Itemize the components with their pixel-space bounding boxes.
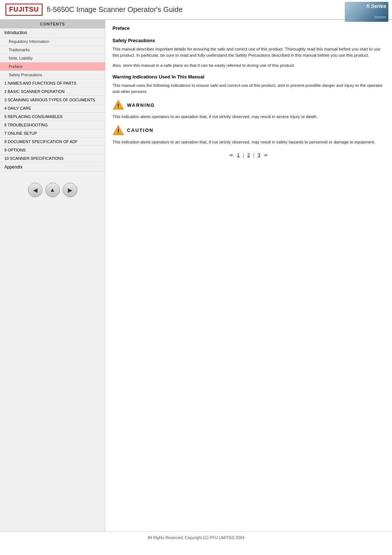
sidebar-item-section1[interactable]: 1 NAMES AND FUNCTIONS OF PARTS (0, 79, 105, 88)
pagination: ≪ 1 | 2 | 3 ≫ (113, 153, 385, 158)
pagination-page3[interactable]: 3 (258, 153, 260, 158)
safety-heading: Safety Precautions (113, 38, 385, 43)
caution-description: This indication alerts operators to an o… (113, 139, 385, 145)
section-title: Preface (113, 25, 385, 32)
caution-label: CAUTION (127, 127, 154, 133)
sidebar-item-appendix[interactable]: Appendix (0, 163, 105, 172)
sidebar-item-trademarks[interactable]: Trademarks (0, 46, 105, 54)
pagination-separator2: | (253, 153, 254, 158)
sidebar-item-section7[interactable]: 7 ONLINE SETUP (0, 129, 105, 138)
page-header: FUJITSU fi-5650C Image Scanner Operator'… (0, 0, 392, 20)
pagination-prev[interactable]: ≪ (229, 153, 234, 158)
up-icon: ▲ (50, 187, 56, 193)
contents-header: CONTENTS (0, 20, 105, 28)
pagination-page2[interactable]: 2 (248, 153, 250, 158)
sidebar-item-section3[interactable]: 3 SCANNING VARIOUS TYPES OF DOCUMENTS (0, 96, 105, 104)
nav-up-button[interactable]: ▲ (45, 183, 60, 197)
nav-back-button[interactable]: ◀ (28, 183, 42, 197)
content-area: Preface Safety Precautions This manual d… (105, 20, 392, 531)
sidebar-item-regulatory-information[interactable]: Regulatory Information (0, 37, 105, 46)
sidebar-item-preface[interactable]: Preface (0, 62, 105, 71)
back-icon: ◀ (33, 187, 37, 194)
sidebar-item-section6[interactable]: 6 TROUBLESHOOTING (0, 121, 105, 129)
page-footer: All Rights Reserved, Copyright (C) PFU L… (0, 531, 392, 543)
warning-indicator: ! WARNING (113, 99, 385, 111)
pagination-next[interactable]: ≫ (264, 153, 268, 158)
sidebar-item-section8[interactable]: 8 DOCUMENT SPECIFICATION OF ADF (0, 138, 105, 146)
safety-paragraph: This manual describes important details … (113, 46, 385, 59)
warning-intro: This manual uses the following indicatio… (113, 82, 385, 95)
fi-series-logo: fi Series Scanner (345, 2, 388, 22)
caution-triangle-icon: ! (113, 125, 124, 136)
svg-text:!: ! (117, 128, 119, 134)
warning-label: WARNING (127, 102, 155, 108)
sidebar: CONTENTS Introduction Regulatory Informa… (0, 20, 105, 531)
svg-text:!: ! (117, 103, 119, 109)
nav-forward-button[interactable]: ▶ (63, 183, 77, 197)
nav-buttons: ◀ ▲ ▶ (0, 175, 105, 204)
warning-triangle-icon: ! (113, 99, 124, 111)
sidebar-item-section4[interactable]: 4 DAILY CARE (0, 104, 105, 113)
sidebar-item-section10[interactable]: 10 SCANNER SPECIFICATIONS (0, 154, 105, 163)
sidebar-item-note-liability[interactable]: Note, Liability (0, 54, 105, 62)
warning-indications-heading: Warning Indications Used In This Manual (113, 74, 385, 80)
fi-series-text: fi Series (367, 3, 387, 9)
pagination-separator1: | (243, 153, 244, 158)
sidebar-item-safety-precautions[interactable]: Safety Precautions (0, 71, 105, 79)
copyright-text: All Rights Reserved, Copyright (C) PFU L… (147, 535, 244, 540)
pagination-page1[interactable]: 1 (237, 153, 240, 158)
fujitsu-logo: FUJITSU (5, 4, 42, 16)
forward-icon: ▶ (68, 187, 72, 194)
sidebar-item-section9[interactable]: 9 OPTIONS (0, 146, 105, 154)
logo-area: FUJITSU fi-5650C Image Scanner Operator'… (5, 4, 183, 16)
warning-description: This indication alerts operators to an o… (113, 114, 385, 120)
sidebar-item-section5[interactable]: 5 REPLACING CONSUMABLES (0, 113, 105, 121)
page-title: fi-5650C Image Scanner Operator's Guide (47, 5, 183, 14)
sidebar-item-introduction[interactable]: Introduction (0, 28, 105, 37)
main-layout: CONTENTS Introduction Regulatory Informa… (0, 20, 392, 531)
also-paragraph: Also, store this manual in a safe place … (113, 62, 385, 69)
caution-indicator: ! CAUTION (113, 125, 385, 136)
sidebar-item-section2[interactable]: 2 BASIC SCANNER OPERATION (0, 88, 105, 96)
